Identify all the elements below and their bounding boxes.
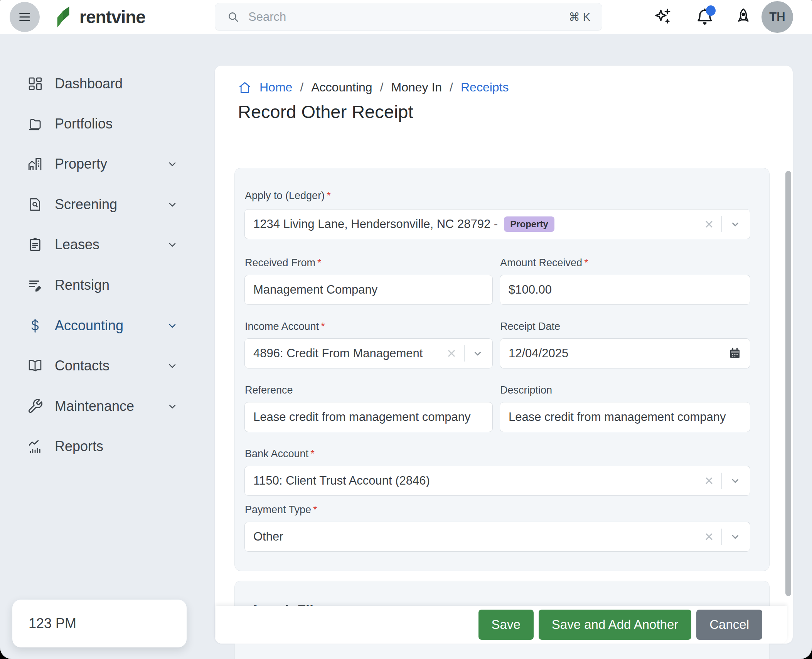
receipt-date-field[interactable]: 12/04/2025	[500, 338, 750, 368]
apply-to-select[interactable]: 1234 Living Lane, Hendersonville, NC 287…	[244, 209, 750, 239]
breadcrumb: Home / Accounting / Money In / Receipts	[238, 80, 509, 95]
chevron-down-icon[interactable]	[729, 475, 741, 487]
chevron-down-icon	[166, 400, 179, 413]
required-marker: *	[310, 448, 315, 460]
payment-type-select[interactable]: Other	[244, 522, 750, 552]
received-from-input[interactable]	[253, 283, 484, 297]
time-toast-text: 123 PM	[29, 615, 76, 632]
menu-button[interactable]	[10, 2, 40, 32]
sidebar-item-dashboard[interactable]: Dashboard	[15, 69, 180, 98]
chevron-down-icon	[166, 198, 179, 211]
sidebar-item-reports[interactable]: Reports	[15, 432, 180, 461]
required-marker: *	[584, 257, 588, 269]
required-marker: *	[317, 257, 322, 269]
wrench-icon	[27, 398, 43, 414]
calendar-icon[interactable]	[728, 347, 741, 360]
breadcrumb-link-home[interactable]: Home	[259, 80, 292, 95]
bank-account-value: 1150: Client Trust Account (2846)	[253, 474, 430, 488]
search-shortcut: ⌘ K	[569, 10, 590, 24]
breadcrumb-link-accounting[interactable]: Accounting	[311, 80, 372, 95]
ai-assistant-button[interactable]	[653, 5, 676, 29]
avatar-initials: TH	[769, 10, 785, 24]
breadcrumb-separator: /	[380, 80, 384, 95]
ledger-type-badge: Property	[504, 216, 554, 232]
required-marker: *	[327, 190, 331, 201]
rentvine-logo-icon	[52, 5, 75, 29]
sidebar-item-maintenance[interactable]: Maintenance	[15, 392, 180, 421]
form-action-bar: Save Save and Add Another Cancel	[216, 606, 787, 644]
reference-input[interactable]	[253, 410, 484, 424]
global-search[interactable]: ⌘ K	[215, 3, 602, 31]
sidebar-item-label: Property	[55, 156, 107, 172]
breadcrumb-link-money-in[interactable]: Money In	[391, 80, 442, 95]
description-label: Description	[500, 384, 552, 396]
select-divider	[721, 216, 722, 232]
breadcrumb-separator: /	[300, 80, 303, 95]
chevron-down-icon[interactable]	[729, 531, 741, 543]
cancel-button[interactable]: Cancel	[696, 610, 762, 640]
folder-icon	[27, 116, 43, 132]
sidebar-item-label: Dashboard	[55, 76, 123, 92]
clear-icon[interactable]	[704, 219, 714, 230]
sidebar-item-contacts[interactable]: Contacts	[15, 351, 180, 380]
breadcrumb-separator: /	[450, 80, 453, 95]
amount-received-label: Amount Received*	[500, 257, 588, 269]
sidebar-item-portfolios[interactable]: Portfolios	[15, 110, 180, 138]
received-from-label: Received From*	[245, 257, 322, 269]
sidebar-item-property[interactable]: Property	[15, 150, 180, 178]
sidebar-item-label: Portfolios	[55, 116, 113, 132]
save-button[interactable]: Save	[478, 610, 534, 640]
breadcrumb-link-receipts[interactable]: Receipts	[461, 80, 509, 95]
sidebar-item-label: Screening	[55, 196, 117, 213]
receipt-date-value: 12/04/2025	[509, 346, 568, 360]
payment-type-value: Other	[253, 530, 283, 544]
description-field	[500, 402, 750, 432]
sidebar-item-label: Leases	[55, 237, 99, 253]
time-toast: 123 PM	[12, 600, 187, 647]
chevron-down-icon[interactable]	[472, 347, 484, 360]
rentvine-logo[interactable]: rentvine	[52, 4, 145, 30]
chevron-down-icon	[166, 359, 179, 372]
sidebar-item-rentsign[interactable]: Rentsign	[15, 271, 180, 299]
whats-new-button[interactable]	[732, 5, 755, 29]
select-divider	[721, 473, 722, 489]
sidebar-item-accounting[interactable]: Accounting	[15, 311, 180, 340]
sidebar-item-label: Rentsign	[55, 277, 110, 293]
bank-account-select[interactable]: 1150: Client Trust Account (2846)	[244, 466, 750, 496]
scrollbar-thumb[interactable]	[785, 171, 791, 596]
rentvine-logo-text: rentvine	[79, 7, 145, 27]
notification-dot	[706, 5, 716, 16]
sparkles-icon	[654, 6, 676, 28]
sidebar-item-screening[interactable]: Screening	[15, 190, 180, 219]
reference-label: Reference	[245, 384, 293, 396]
chevron-down-icon	[166, 157, 179, 171]
home-icon	[238, 81, 252, 95]
reference-field	[244, 402, 493, 432]
clear-icon[interactable]	[704, 475, 714, 486]
property-icon	[27, 156, 43, 172]
select-divider	[721, 529, 722, 545]
description-input[interactable]	[509, 410, 741, 424]
notifications-button[interactable]	[693, 5, 716, 29]
save-and-add-another-button[interactable]: Save and Add Another	[539, 610, 691, 640]
book-open-icon	[27, 358, 43, 374]
apply-to-value: 1234 Living Lane, Hendersonville, NC 287…	[253, 217, 498, 231]
required-marker: *	[313, 504, 317, 515]
chevron-down-icon[interactable]	[729, 218, 741, 230]
sidebar-item-leases[interactable]: Leases	[15, 230, 180, 259]
income-account-select[interactable]: 4896: Credit From Management	[244, 338, 493, 368]
clear-icon[interactable]	[446, 348, 457, 359]
search-input[interactable]	[248, 10, 569, 24]
chevron-down-icon	[166, 319, 179, 332]
dashboard-icon	[27, 76, 43, 92]
receipt-form-card: Apply to (Ledger)* 1234 Living Lane, Hen…	[234, 168, 770, 571]
amount-received-field	[500, 275, 750, 305]
chart-icon	[27, 438, 43, 455]
top-bar: rentvine ⌘ K	[0, 0, 812, 34]
received-from-field	[244, 275, 493, 305]
clear-icon[interactable]	[704, 531, 714, 542]
amount-received-input[interactable]	[509, 283, 741, 297]
main-content-panel: Home / Accounting / Money In / Receipts …	[215, 66, 793, 644]
user-avatar[interactable]: TH	[761, 1, 793, 33]
rocket-icon	[733, 7, 754, 27]
